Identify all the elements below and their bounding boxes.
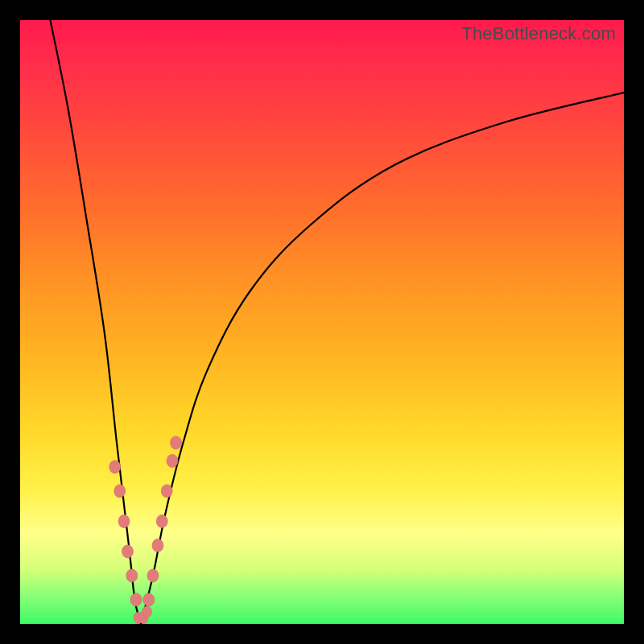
bead-point — [167, 454, 178, 467]
bead-point — [156, 514, 167, 527]
bead-point — [142, 606, 152, 617]
sample-beads — [109, 436, 182, 623]
bead-point — [118, 514, 130, 527]
bead-point — [122, 545, 134, 558]
curve-layer — [20, 20, 624, 624]
bead-point — [147, 569, 159, 582]
bead-point — [152, 539, 163, 551]
bead-point — [171, 436, 182, 449]
bead-point — [161, 485, 172, 497]
curve-right-branch — [141, 93, 624, 624]
bead-point — [109, 460, 121, 473]
bead-point — [130, 593, 142, 606]
bead-point — [143, 593, 155, 606]
plot-area: TheBottleneck.com — [20, 20, 624, 624]
bead-point — [114, 485, 126, 497]
chart-frame: TheBottleneck.com — [0, 0, 644, 644]
curve-left-branch — [51, 20, 142, 624]
bead-point — [126, 569, 138, 582]
